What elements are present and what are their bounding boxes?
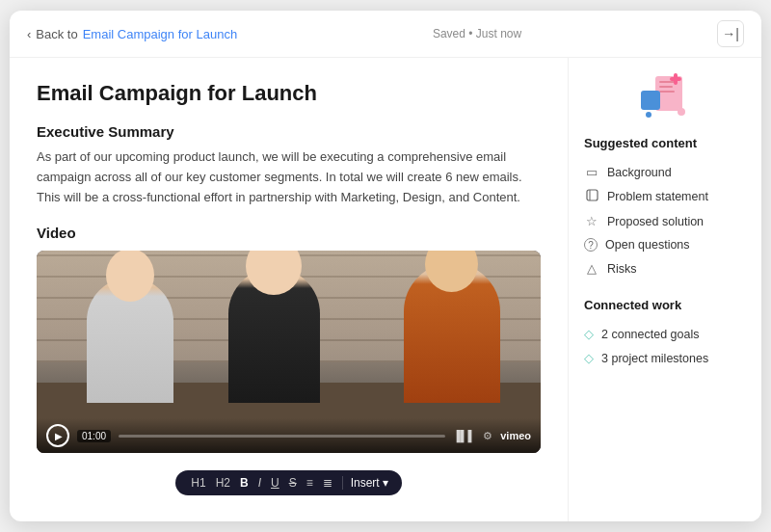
- section-body: As part of our upcoming product launch, …: [37, 147, 541, 207]
- svg-rect-0: [587, 190, 598, 200]
- document-title: Email Campaign for Launch: [37, 81, 541, 106]
- toolbar-strike[interactable]: S: [287, 475, 299, 491]
- app-window: ‹ Back to Email Campaign for Launch Save…: [10, 11, 761, 521]
- person-center: [228, 268, 320, 403]
- suggested-title: Suggested content: [584, 136, 746, 150]
- video-container[interactable]: ▶ 01:00 ▐▌▌ ⚙ vimeo: [37, 251, 541, 453]
- suggested-item-background[interactable]: ▭ Background: [584, 160, 746, 184]
- suggested-item-risks[interactable]: △ Risks: [584, 256, 746, 280]
- doc-line2: [659, 86, 673, 88]
- plus-h: [670, 77, 681, 81]
- milestones-icon: ◇: [584, 351, 594, 365]
- vimeo-text: vimeo: [500, 430, 531, 441]
- video-label: Video: [37, 225, 541, 241]
- video-controls: ▶ 01:00 ▐▌▌ ⚙ vimeo: [37, 418, 541, 453]
- suggested-item-solution[interactable]: ☆ Proposed solution: [584, 209, 746, 233]
- milestones-label: 3 project milestones: [601, 352, 708, 365]
- insert-label: Insert: [351, 476, 380, 490]
- progress-bar[interactable]: [119, 435, 445, 438]
- solution-icon: ☆: [584, 214, 599, 228]
- questions-icon: ?: [584, 238, 598, 252]
- gear-icon[interactable]: ⚙: [483, 430, 492, 442]
- insert-arrow: ▾: [383, 476, 388, 490]
- suggested-list: ▭ Background Problem statement ☆ Propose…: [584, 160, 746, 280]
- back-link[interactable]: ‹ Back to Email Campaign for Launch: [27, 27, 237, 41]
- problem-label: Problem statement: [607, 190, 708, 203]
- toolbar-pill: H1 H2 B I U S ≡ ≣ Insert ▾: [175, 470, 401, 495]
- doc-line3: [659, 91, 675, 93]
- toolbar-italic[interactable]: I: [256, 475, 263, 491]
- toolbar-underline[interactable]: U: [269, 475, 281, 491]
- toolbar-bold[interactable]: B: [238, 475, 251, 491]
- play-icon: ▶: [55, 431, 63, 441]
- dot-blue: [646, 112, 651, 118]
- goals-label: 2 connected goals: [601, 328, 699, 341]
- back-label: Back to: [36, 27, 77, 41]
- solution-label: Proposed solution: [607, 215, 704, 228]
- background-label: Background: [607, 166, 672, 179]
- toolbar-h1[interactable]: H1: [189, 475, 207, 491]
- person-right: [404, 263, 500, 403]
- toolbar-divider: [342, 476, 343, 490]
- toolbar-ordered-list[interactable]: ≣: [321, 475, 334, 491]
- dot-pink: [678, 108, 685, 116]
- problem-icon: [584, 189, 599, 204]
- risks-icon: △: [584, 261, 599, 276]
- right-panel: Suggested content ▭ Background Problem s…: [569, 58, 761, 521]
- toolbar-h2[interactable]: H2: [214, 475, 232, 491]
- volume-icon: ▐▌▌: [453, 430, 475, 441]
- toolbar-insert[interactable]: Insert ▾: [351, 476, 388, 490]
- connected-title: Connected work: [584, 298, 746, 312]
- connected-item-milestones[interactable]: ◇ 3 project milestones: [584, 346, 746, 370]
- section-heading: Executive Summary: [37, 123, 541, 140]
- main-content: Email Campaign for Launch Executive Summ…: [10, 58, 761, 521]
- video-time: 01:00: [77, 430, 111, 442]
- back-link-text[interactable]: Email Campaign for Launch: [83, 27, 237, 41]
- editor-toolbar: H1 H2 B I U S ≡ ≣ Insert ▾: [37, 463, 541, 499]
- connected-item-goals[interactable]: ◇ 2 connected goals: [584, 322, 746, 346]
- vimeo-logo: vimeo: [500, 430, 531, 441]
- risks-label: Risks: [607, 262, 637, 276]
- illustration-svg: [631, 71, 699, 124]
- left-panel: Email Campaign for Launch Executive Summ…: [10, 58, 569, 521]
- panel-illustration: [584, 71, 746, 124]
- play-button[interactable]: ▶: [46, 424, 69, 447]
- back-arrow: ‹: [27, 27, 31, 41]
- suggested-item-questions[interactable]: ? Open questions: [584, 233, 746, 256]
- background-icon: ▭: [584, 165, 599, 179]
- saved-status: Saved • Just now: [433, 27, 521, 40]
- suggested-item-problem[interactable]: Problem statement: [584, 184, 746, 209]
- collapse-button[interactable]: →|: [717, 20, 744, 47]
- topbar: ‹ Back to Email Campaign for Launch Save…: [10, 11, 761, 58]
- connected-list: ◇ 2 connected goals ◇ 3 project mileston…: [584, 322, 746, 370]
- toolbar-list[interactable]: ≡: [305, 475, 315, 491]
- goals-icon: ◇: [584, 327, 594, 341]
- person-left: [87, 278, 173, 403]
- blue-square: [641, 91, 660, 110]
- questions-label: Open questions: [605, 238, 690, 252]
